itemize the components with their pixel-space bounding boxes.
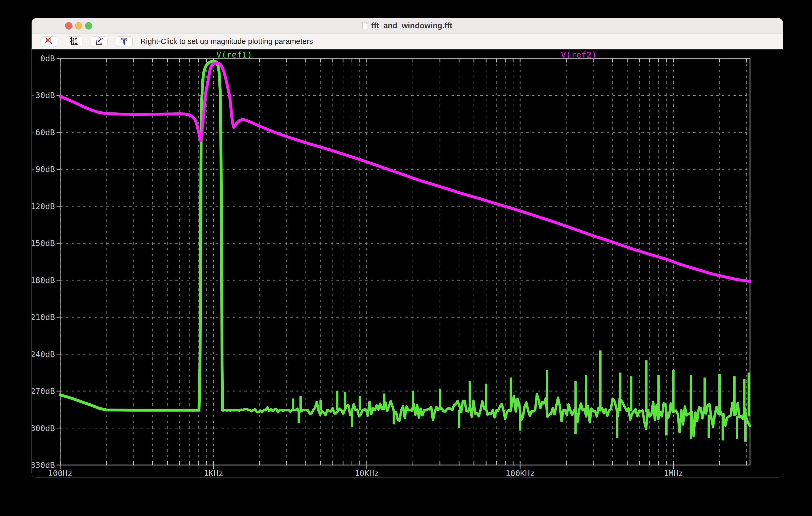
toolbar: Right-Click to set up magnitude plotting… bbox=[32, 33, 783, 50]
hammer-icon bbox=[120, 37, 128, 46]
document-icon bbox=[362, 22, 368, 29]
svg-text:-180dB: -180dB bbox=[32, 275, 55, 285]
trace-label-ref1[interactable]: V(ref1) bbox=[216, 50, 253, 59]
magnifier-x-icon bbox=[45, 37, 53, 46]
plot-settings-icon bbox=[95, 37, 103, 46]
desktop-background: fft_and_windowing.fft bbox=[0, 0, 812, 516]
svg-text:0dB: 0dB bbox=[40, 54, 55, 63]
svg-text:-150dB: -150dB bbox=[32, 238, 55, 248]
svg-text:10KHz: 10KHz bbox=[354, 468, 379, 477]
plot-settings-button[interactable] bbox=[91, 36, 108, 47]
titlebar[interactable]: fft_and_windowing.fft bbox=[32, 18, 783, 33]
svg-text:-210dB: -210dB bbox=[32, 312, 55, 322]
window-title: fft_and_windowing.fft bbox=[371, 21, 452, 30]
svg-text:-60dB: -60dB bbox=[32, 127, 55, 137]
svg-text:-300dB: -300dB bbox=[32, 423, 55, 433]
svg-text:100KHz: 100KHz bbox=[505, 468, 535, 477]
fft-plot[interactable]: 0dB-30dB-60dB-90dB-120dB-150dB-180dB-210… bbox=[32, 50, 783, 477]
svg-text:-240dB: -240dB bbox=[32, 350, 55, 359]
svg-text:-30dB: -30dB bbox=[32, 90, 55, 100]
svg-text:-270dB: -270dB bbox=[32, 386, 55, 396]
control-panel-button[interactable] bbox=[116, 36, 133, 47]
trace-label-ref2[interactable]: V(ref2) bbox=[561, 50, 597, 59]
svg-text:-120dB: -120dB bbox=[32, 202, 55, 211]
plot-pane[interactable]: V(ref1) V(ref2) 0dB-30dB-60dB-90dB-120dB… bbox=[32, 50, 783, 477]
svg-text:1MHz: 1MHz bbox=[664, 468, 683, 477]
svg-text:100Hz: 100Hz bbox=[48, 468, 72, 477]
svg-text:1KHz: 1KHz bbox=[204, 468, 224, 477]
y-range-icon bbox=[70, 37, 78, 46]
autorange-y-button[interactable] bbox=[66, 36, 82, 47]
ltspice-fft-window: fft_and_windowing.fft bbox=[31, 18, 783, 478]
svg-text:-90dB: -90dB bbox=[32, 164, 55, 174]
zoom-back-button[interactable] bbox=[40, 36, 57, 47]
toolbar-status-text: Right-Click to set up magnitude plotting… bbox=[141, 37, 313, 46]
